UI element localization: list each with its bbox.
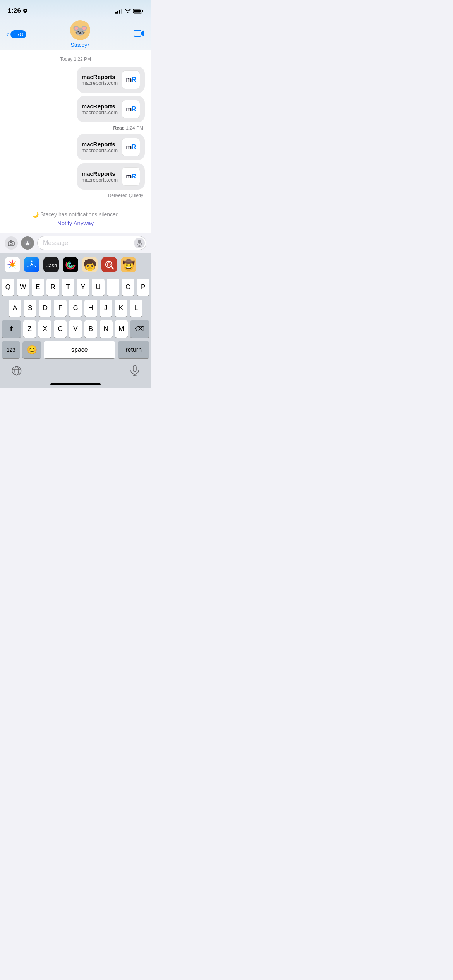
silenced-text: 🌙 Stacey has notifications silenced	[6, 211, 145, 218]
message-title-2: macReports	[82, 103, 118, 110]
key-r[interactable]: R	[46, 279, 59, 296]
photos-app-icon[interactable]	[5, 257, 20, 272]
key-h[interactable]: H	[84, 300, 97, 317]
status-bar: 1:26	[0, 0, 151, 19]
websearch-app-icon[interactable]	[101, 257, 117, 272]
key-y[interactable]: Y	[77, 279, 89, 296]
svg-rect-24	[133, 365, 136, 372]
message-title-3: macReports	[82, 141, 118, 147]
key-s[interactable]: S	[24, 300, 36, 317]
contact-name-label: Stacey ›	[70, 42, 89, 48]
key-p[interactable]: P	[137, 279, 149, 296]
key-k[interactable]: K	[115, 300, 127, 317]
key-q[interactable]: Q	[2, 279, 14, 296]
delivered-status: Delivered Quietly	[6, 193, 145, 198]
home-indicator	[0, 382, 151, 388]
key-row-1: Q W E R T Y U I O P	[2, 279, 149, 296]
numbers-key[interactable]: 123	[2, 341, 20, 358]
key-l[interactable]: L	[130, 300, 142, 317]
key-b[interactable]: B	[84, 320, 97, 338]
key-w[interactable]: W	[17, 279, 29, 296]
key-j[interactable]: J	[100, 300, 112, 317]
svg-point-12	[10, 263, 14, 267]
message-subtitle-3: macreports.com	[82, 147, 118, 153]
message-input[interactable]: Message	[37, 236, 146, 250]
message-input-wrapper: Message	[37, 236, 146, 250]
status-time: 1:26	[8, 7, 27, 15]
notification-silenced-section: 🌙 Stacey has notifications silenced Noti…	[0, 205, 151, 233]
mr-logo-3: mR	[122, 138, 140, 156]
svg-rect-3	[134, 30, 141, 36]
svg-rect-8	[138, 240, 141, 244]
key-n[interactable]: N	[100, 320, 112, 338]
time-display: 1:26	[8, 7, 21, 15]
app-icons-row: Cash 🧒 🤠	[0, 253, 151, 276]
svg-rect-4	[8, 242, 14, 246]
mr-logo-4: mR	[122, 167, 140, 186]
input-bar: A Message	[0, 233, 151, 253]
message-bubble-4[interactable]: macReports macreports.com mR	[77, 163, 145, 190]
keyboard-bottom-bar	[0, 362, 151, 382]
read-status: Read 1:24 PM	[6, 125, 145, 131]
applecash-app-icon[interactable]: Cash	[43, 257, 59, 272]
location-icon	[23, 9, 27, 13]
key-d[interactable]: D	[39, 300, 51, 317]
key-row-bottom: 123 😊 space return	[2, 341, 149, 358]
notify-anyway-button[interactable]: Notify Anyway	[6, 220, 145, 226]
delete-key[interactable]: ⌫	[130, 320, 149, 338]
battery-icon	[133, 9, 143, 14]
key-x[interactable]: X	[38, 320, 51, 338]
signal-icon	[115, 8, 122, 14]
moon-icon: 🌙	[32, 211, 40, 218]
key-o[interactable]: O	[122, 279, 134, 296]
contact-chevron-icon: ›	[88, 42, 89, 48]
nav-bar: ‹ 178 🐭 Stacey ›	[0, 19, 151, 50]
back-button[interactable]: ‹ 178	[6, 30, 26, 39]
key-u[interactable]: U	[92, 279, 105, 296]
svg-rect-1	[142, 10, 144, 12]
appstore-app-icon[interactable]	[24, 257, 39, 272]
message-bubble-1[interactable]: macReports macreports.com mR	[77, 67, 145, 93]
key-row-2: A S D F G H J K L	[2, 300, 149, 317]
mic-icon[interactable]	[130, 365, 139, 378]
keyboard: Q W E R T Y U I O P A S D F G H J K L ⬆ …	[0, 276, 151, 388]
key-e[interactable]: E	[32, 279, 45, 296]
svg-rect-2	[134, 9, 141, 12]
return-key[interactable]: return	[118, 341, 149, 358]
shift-key[interactable]: ⬆	[2, 320, 21, 338]
video-call-button[interactable]	[134, 29, 145, 39]
message-subtitle-2: macreports.com	[82, 110, 118, 115]
emoji-key[interactable]: 😊	[22, 341, 41, 358]
message-bubble-2[interactable]: macReports macreports.com mR	[77, 96, 145, 122]
space-key[interactable]: space	[44, 341, 116, 358]
key-c[interactable]: C	[54, 320, 67, 338]
audio-button[interactable]	[134, 238, 145, 248]
message-row: macReports macreports.com mR	[6, 134, 145, 160]
messages-area: Today 1:22 PM macReports macreports.com …	[0, 50, 151, 205]
memoji2-app-icon[interactable]: 🤠	[121, 257, 136, 272]
key-m[interactable]: M	[115, 320, 128, 338]
activity-app-icon[interactable]	[63, 257, 78, 272]
key-z[interactable]: Z	[23, 320, 36, 338]
key-v[interactable]: V	[69, 320, 82, 338]
message-title-1: macReports	[82, 74, 118, 80]
message-row: macReports macreports.com mR	[6, 67, 145, 93]
key-g[interactable]: G	[69, 300, 82, 317]
memoji-app-icon[interactable]: 🧒	[82, 257, 98, 272]
globe-icon[interactable]	[12, 366, 22, 377]
key-i[interactable]: I	[107, 279, 120, 296]
message-title-4: macReports	[82, 170, 118, 177]
key-a[interactable]: A	[9, 300, 21, 317]
svg-point-21	[15, 367, 19, 375]
contact-avatar: 🐭	[70, 20, 90, 40]
contact-header[interactable]: 🐭 Stacey ›	[70, 20, 90, 48]
key-f[interactable]: F	[54, 300, 67, 317]
message-row: macReports macreports.com mR	[6, 163, 145, 190]
key-t[interactable]: T	[62, 279, 74, 296]
svg-point-16	[69, 263, 72, 266]
message-bubble-3[interactable]: macReports macreports.com mR	[77, 134, 145, 160]
message-placeholder: Message	[43, 240, 68, 247]
apps-button[interactable]: A	[21, 236, 34, 250]
camera-button[interactable]	[5, 236, 18, 250]
svg-point-19	[107, 263, 110, 266]
